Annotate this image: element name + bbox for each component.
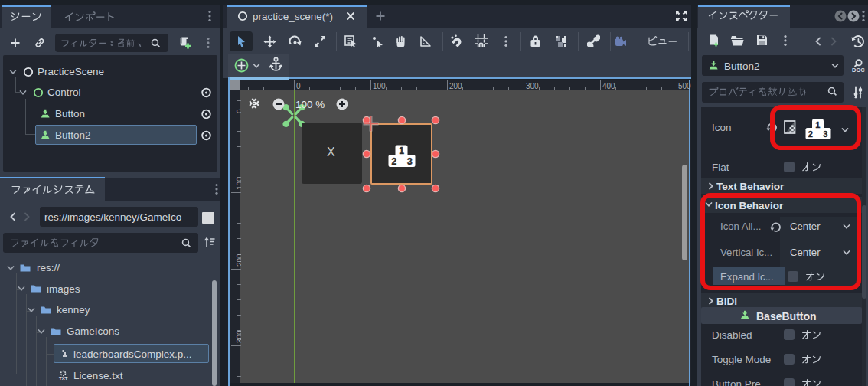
svg-text:300: 300 <box>236 330 241 343</box>
svg-text:3: 3 <box>407 156 413 167</box>
svg-text:200: 200 <box>449 82 462 90</box>
svg-text:300: 300 <box>526 82 539 90</box>
svg-text:100: 100 <box>373 82 386 90</box>
svg-text:0: 0 <box>236 109 241 113</box>
svg-text:DOC: DOC <box>852 67 865 73</box>
svg-text:400: 400 <box>602 82 615 90</box>
svg-text:1: 1 <box>399 146 404 156</box>
svg-text:500: 500 <box>678 82 691 90</box>
svg-text:0: 0 <box>296 82 301 90</box>
svg-text:TXT: TXT <box>59 376 68 381</box>
svg-text:2: 2 <box>392 156 397 167</box>
svg-text:200: 200 <box>236 254 241 267</box>
svg-text:100: 100 <box>236 177 241 190</box>
